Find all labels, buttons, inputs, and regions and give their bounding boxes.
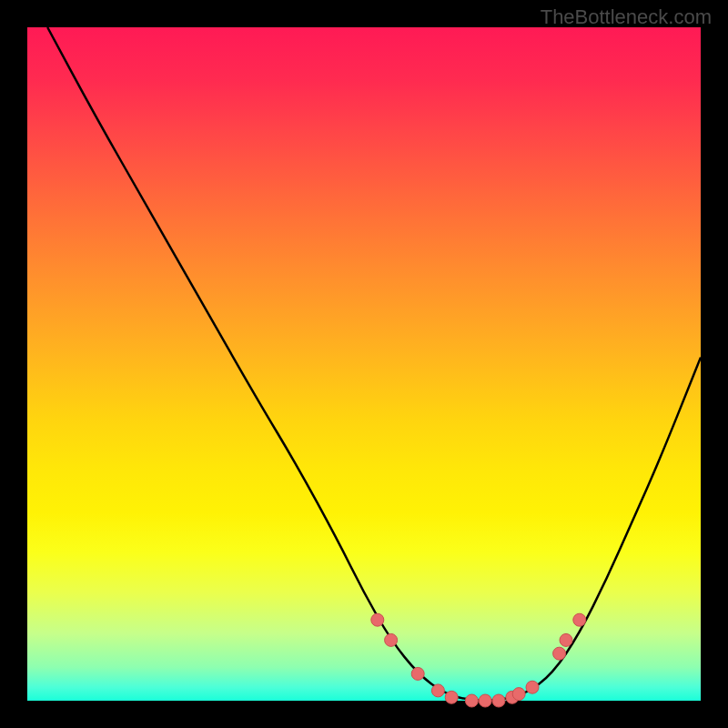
marker-point: [573, 613, 586, 626]
watermark-text: TheBottleneck.com: [541, 5, 712, 29]
marker-point: [465, 694, 478, 707]
marker-point: [560, 633, 572, 646]
chart-plot-area: [27, 27, 701, 701]
marker-point: [479, 694, 491, 707]
bottleneck-curve-line: [47, 27, 701, 701]
marker-point: [411, 667, 424, 680]
marker-point: [492, 694, 505, 707]
marker-point: [431, 684, 444, 697]
marker-point: [512, 688, 525, 701]
marker-point: [445, 691, 458, 703]
marker-point: [371, 613, 384, 626]
bottleneck-curve-svg: [27, 27, 701, 701]
marker-point: [385, 633, 398, 646]
marker-point: [553, 647, 566, 660]
marker-point: [526, 681, 539, 693]
highlight-markers: [371, 613, 586, 707]
